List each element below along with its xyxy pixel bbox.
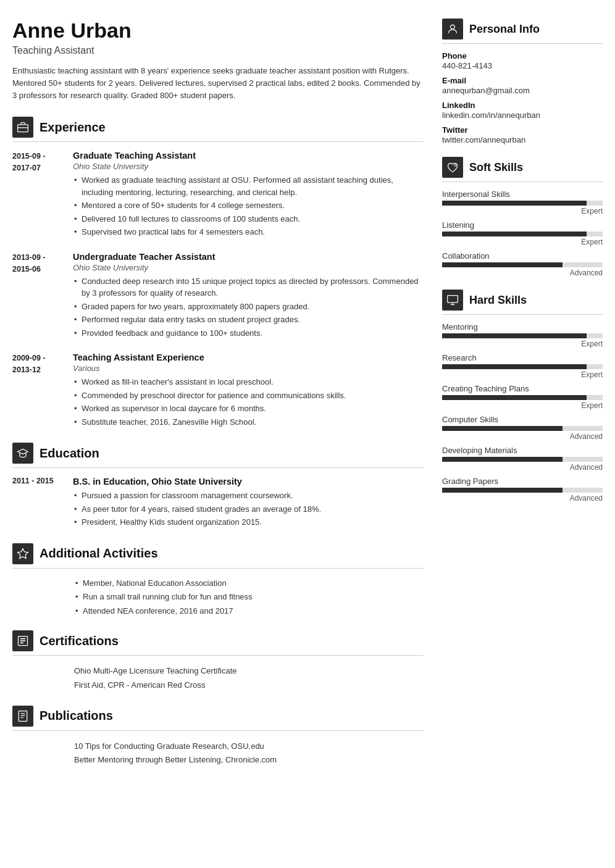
- hard-skill-item: Research Expert: [442, 353, 603, 379]
- certifications-divider: [12, 655, 424, 656]
- soft-skills-header: Soft Skills: [442, 157, 603, 178]
- soft-skills-divider: [442, 182, 603, 182]
- experience-icon: [12, 117, 33, 138]
- svg-rect-4: [20, 638, 25, 640]
- svg-rect-6: [20, 643, 23, 644]
- hard-skills-section: Hard Skills Mentoring Expert Research Ex…: [442, 290, 603, 503]
- cert-item-1: Ohio Multi-Age Licensure Teaching Certif…: [74, 664, 424, 678]
- exp-entry-2: 2013-09 - 2015-06 Undergraduate Teacher …: [12, 252, 424, 341]
- exp-content-1: Graduate Teaching Assistant Ohio State U…: [73, 151, 424, 240]
- right-column: Personal Info Phone 440-821-4143 E-mail …: [442, 19, 603, 849]
- skill-bar-container: [442, 262, 603, 267]
- soft-skills-icon: [442, 157, 463, 178]
- candidate-title: Teaching Assistant: [12, 45, 424, 56]
- edu-degree-1: B.S. in Education, Ohio State University: [73, 477, 424, 486]
- activity-item: Member, National Education Association: [74, 577, 424, 590]
- pub-list: 10 Tips for Conducting Graduate Research…: [12, 740, 424, 767]
- skill-bar-fill: [442, 232, 587, 236]
- exp-job-title-2: Undergraduate Teacher Assistant: [73, 252, 424, 262]
- activities-list: Member, National Education Association R…: [12, 577, 424, 617]
- personal-info-header: Personal Info: [442, 19, 603, 40]
- additional-section-header: Additional Activities: [12, 543, 424, 564]
- certifications-icon: [12, 630, 33, 651]
- certifications-section-header: Certifications: [12, 630, 424, 651]
- exp-bullets-2: Conducted deep research into 15 unique p…: [73, 275, 424, 340]
- soft-skill-item: Collaboration Advanced: [442, 251, 603, 277]
- exp-dates-3: 2009-09 - 2013-12: [12, 353, 63, 429]
- skill-level: Expert: [442, 370, 603, 379]
- exp-job-title-3: Teaching Assistant Experience: [73, 353, 424, 362]
- left-column: Anne Urban Teaching Assistant Enthusiast…: [12, 19, 424, 849]
- skill-name: Computer Skills: [442, 415, 603, 424]
- certifications-section: Certifications Ohio Multi-Age Licensure …: [12, 630, 424, 691]
- experience-title: Experience: [40, 120, 106, 135]
- personal-info-section: Personal Info Phone 440-821-4143 E-mail …: [442, 19, 603, 144]
- education-divider: [12, 467, 424, 468]
- skill-bar-container: [442, 232, 603, 236]
- hard-skill-item: Developing Materials Advanced: [442, 446, 603, 472]
- publications-section: Publications 10 Tips for Conducting Grad…: [12, 706, 424, 767]
- skill-level: Expert: [442, 238, 603, 246]
- hard-skills-header: Hard Skills: [442, 290, 603, 311]
- hard-skill-item: Grading Papers Advanced: [442, 477, 603, 503]
- additional-icon: [12, 543, 33, 564]
- skill-name: Creating Teaching Plans: [442, 384, 603, 393]
- additional-section: Additional Activities Member, National E…: [12, 543, 424, 617]
- certifications-title: Certifications: [40, 634, 119, 648]
- exp-bullet: Conducted deep research into 15 unique p…: [73, 275, 424, 299]
- soft-skill-item: Interpersonal Skills Expert: [442, 190, 603, 215]
- publications-divider: [12, 730, 424, 731]
- edu-bullet: As peer tutor for 4 years, raised studen…: [73, 503, 424, 515]
- pub-item-2: Better Mentoring through Better Listenin…: [74, 753, 424, 767]
- experience-section-header: Experience: [12, 117, 424, 138]
- soft-skills-list: Interpersonal Skills Expert Listening Ex…: [442, 190, 603, 277]
- exp-bullet: Worked as graduate teaching assistant at…: [73, 174, 424, 198]
- skill-bar-container: [442, 488, 603, 493]
- skill-level: Expert: [442, 340, 603, 348]
- exp-org-3: Various: [73, 364, 424, 373]
- skill-bar-fill: [442, 333, 587, 338]
- education-icon: [12, 443, 33, 464]
- cert-list: Ohio Multi-Age Licensure Teaching Certif…: [12, 664, 424, 691]
- exp-bullet: Substitute teacher, 2016, Zanesville Hig…: [73, 416, 424, 428]
- skill-name: Developing Materials: [442, 446, 603, 455]
- experience-section: Experience 2015-09 - 2017-07 Graduate Te…: [12, 117, 424, 429]
- personal-info-icon: [442, 19, 463, 40]
- education-title: Education: [40, 446, 99, 461]
- additional-divider: [12, 568, 424, 569]
- phone-value: 440-821-4143: [442, 61, 603, 70]
- svg-point-11: [451, 25, 455, 29]
- skill-level: Advanced: [442, 432, 603, 441]
- hard-skills-icon: [442, 290, 463, 311]
- email-label: E-mail: [442, 76, 603, 85]
- twitter-value: twitter.com/annequrban: [442, 135, 603, 144]
- skill-bar-fill: [442, 201, 587, 206]
- edu-content-1: B.S. in Education, Ohio State University…: [73, 477, 424, 530]
- exp-bullets-1: Worked as graduate teaching assistant at…: [73, 174, 424, 238]
- hard-skill-item: Creating Teaching Plans Expert: [442, 384, 603, 410]
- exp-job-title-1: Graduate Teaching Assistant: [73, 151, 424, 161]
- exp-bullets-3: Worked as fill-in teacher's assistant in…: [73, 376, 424, 428]
- skill-bar-fill: [442, 457, 563, 462]
- skill-bar-fill: [442, 364, 587, 369]
- edu-bullets-1: Pursued a passion for classroom manageme…: [73, 490, 424, 528]
- exp-content-3: Teaching Assistant Experience Various Wo…: [73, 353, 424, 429]
- exp-org-2: Ohio State University: [73, 263, 424, 272]
- hard-skill-item: Mentoring Expert: [442, 322, 603, 348]
- skill-bar-fill: [442, 426, 563, 431]
- education-section-header: Education: [12, 443, 424, 464]
- personal-info-fields: Phone 440-821-4143 E-mail annequrban@gma…: [442, 51, 603, 144]
- svg-rect-0: [18, 125, 28, 132]
- candidate-summary: Enthusiastic teaching assistant with 8 y…: [12, 65, 424, 102]
- linkedin-label: LinkedIn: [442, 101, 603, 110]
- exp-org-1: Ohio State University: [73, 162, 424, 171]
- personal-info-title: Personal Info: [469, 23, 540, 36]
- edu-dates-1: 2011 - 2015: [12, 477, 63, 530]
- education-section: Education 2011 - 2015 B.S. in Education,…: [12, 443, 424, 530]
- exp-bullet: Worked as supervisor in local daycare fo…: [73, 403, 424, 415]
- edu-bullet: Pursued a passion for classroom manageme…: [73, 490, 424, 502]
- cert-item-2: First Aid, CPR - American Red Cross: [74, 678, 424, 692]
- exp-entry-1: 2015-09 - 2017-07 Graduate Teaching Assi…: [12, 151, 424, 240]
- skill-level: Advanced: [442, 463, 603, 472]
- soft-skills-title: Soft Skills: [469, 161, 523, 174]
